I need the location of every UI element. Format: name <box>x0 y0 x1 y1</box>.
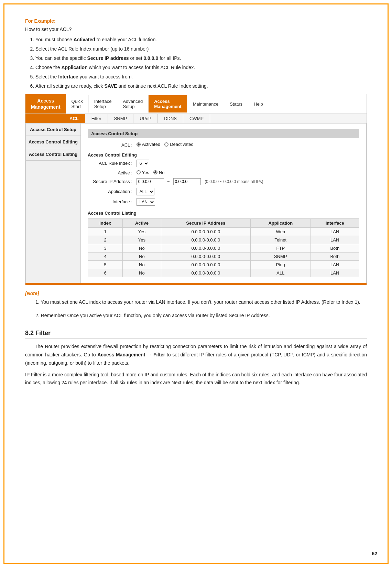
step-6: After all settings are ready, click SAVE… <box>35 83 367 90</box>
nav-container: AccessManagement QuickStart InterfaceSet… <box>25 94 367 285</box>
table-cell-ip: 0.0.0.0-0.0.0.0 <box>161 236 251 244</box>
acl-secure-ip-row: Secure IP Address : ~ (0.0.0.0 ~ 0.0.0.0… <box>88 178 359 185</box>
radio-dot-deactivated <box>164 142 168 147</box>
table-cell-app: Telnet <box>251 236 311 244</box>
sub-nav-acl[interactable]: ACL <box>63 114 85 123</box>
table-cell-app: FTP <box>251 244 311 253</box>
radio-dot-activated <box>137 142 141 147</box>
section-header-listing: Access Control Listing <box>88 211 359 216</box>
sub-nav-cwmp[interactable]: CWMP <box>183 114 210 123</box>
section-82-title: 8.2 Filter <box>25 330 367 339</box>
note-title: [Note] <box>25 291 367 296</box>
sub-nav-filter[interactable]: Filter <box>85 114 108 123</box>
steps-list: You must choose Activated to enable your… <box>35 36 367 90</box>
sidebar: Access Control Setup Access Control Edit… <box>26 124 81 283</box>
yes-label: Yes <box>142 170 149 175</box>
section-header-setup: Access Control Setup <box>88 129 359 138</box>
application-select[interactable]: ALL <box>137 188 154 195</box>
table-cell-index: 2 <box>88 236 123 244</box>
radio-yes[interactable]: Yes <box>137 170 149 175</box>
step-4: Choose the Application which you want to… <box>35 64 367 71</box>
sub-nav-snmp[interactable]: SNMP <box>108 114 134 123</box>
nav-maintenance[interactable]: Maintenance <box>187 98 224 110</box>
step-2: Select the ACL Rule Index number (up to … <box>35 45 367 53</box>
col-active: Active <box>123 219 161 228</box>
radio-no[interactable]: No <box>153 170 165 175</box>
acl-active-row: Active : Yes No <box>88 170 359 176</box>
section-82-body: The Router provides extensive firewall p… <box>25 343 367 387</box>
table-cell-index: 6 <box>88 269 123 277</box>
sidebar-access-control-listing[interactable]: Access Control Listing <box>26 148 80 161</box>
col-index: Index <box>88 219 123 228</box>
section-82-para2: IP Filter is a more complex filtering to… <box>25 371 367 387</box>
nav-interface-setup[interactable]: InterfaceSetup <box>89 95 118 112</box>
sidebar-access-control-setup[interactable]: Access Control Setup <box>26 124 80 136</box>
secure-ip-start-input[interactable] <box>137 178 164 185</box>
content-area: Access Control Setup ACL : Activated Dea… <box>81 124 366 283</box>
table-cell-iface: Both <box>311 253 359 261</box>
table-cell-index: 4 <box>88 253 123 261</box>
table-cell-ip: 0.0.0.0-0.0.0.0 <box>161 261 251 269</box>
acl-table: Index Active Secure IP Address Applicati… <box>88 218 359 277</box>
sidebar-access-control-editing[interactable]: Access Control Editing <box>26 136 80 148</box>
table-cell-ip: 0.0.0.0-0.0.0.0 <box>161 244 251 253</box>
nav-status[interactable]: Status <box>224 98 248 110</box>
nav-access-management[interactable]: AccessManagement <box>149 95 187 112</box>
table-cell-ip: 0.0.0.0-0.0.0.0 <box>161 253 251 261</box>
table-cell-active: No <box>123 261 161 269</box>
table-cell-iface: LAN <box>311 269 359 277</box>
table-cell-app: Ping <box>251 261 311 269</box>
radio-activated[interactable]: Activated <box>137 142 160 147</box>
tilde-separator: ~ <box>167 179 170 184</box>
table-cell-active: Yes <box>123 236 161 244</box>
table-cell-app: SNMP <box>251 253 311 261</box>
note-section: [Note] 1. You must set one ACL index to … <box>25 291 367 319</box>
interface-select[interactable]: LAN <box>137 198 155 206</box>
table-row: 5No0.0.0.0-0.0.0.0PingLAN <box>88 261 359 269</box>
table-cell-ip: 0.0.0.0-0.0.0.0 <box>161 269 251 277</box>
acl-label: ACL : <box>88 142 132 148</box>
nav-advanced-setup[interactable]: AdvancedSetup <box>117 95 149 112</box>
secure-ip-label: Secure IP Address : <box>88 179 132 184</box>
table-row: 4No0.0.0.0-0.0.0.0SNMPBoth <box>88 253 359 261</box>
for-example-heading: For Example: <box>25 18 367 24</box>
table-cell-index: 3 <box>88 244 123 253</box>
deactivated-label: Deactivated <box>170 142 194 147</box>
note-line2: 2. Remember! Once you active your ACL fu… <box>35 312 367 319</box>
acl-application-row: Application : ALL <box>88 188 359 195</box>
acl-interface-row: Interface : LAN <box>88 198 359 206</box>
radio-deactivated[interactable]: Deactivated <box>164 142 194 147</box>
table-cell-app: ALL <box>251 269 311 277</box>
orange-divider <box>25 283 367 285</box>
col-app: Application <box>251 219 311 228</box>
page-number: 62 <box>372 551 377 556</box>
main-content: Access Control Setup Access Control Edit… <box>25 124 367 283</box>
nav-sub: ACL Filter SNMP UPnP DDNS CWMP <box>25 114 367 124</box>
rule-index-label: ACL Rule Index : <box>88 161 132 166</box>
table-cell-index: 5 <box>88 261 123 269</box>
step-1: You must choose Activated to enable your… <box>35 36 367 43</box>
section-header-editing: Access Control Editing <box>88 152 359 158</box>
sub-nav-ddns[interactable]: DDNS <box>158 114 183 123</box>
rule-index-select[interactable]: 6 <box>137 160 149 167</box>
application-label: Application : <box>88 189 132 194</box>
sub-nav-upnp[interactable]: UPnP <box>133 114 158 123</box>
interface-label: Interface : <box>88 199 132 204</box>
table-row: 6No0.0.0.0-0.0.0.0ALLLAN <box>88 269 359 277</box>
active-label: Active : <box>88 170 132 175</box>
nav-quick-start[interactable]: QuickStart <box>66 95 89 112</box>
step-3: You can set the specific Secure IP addre… <box>35 55 367 62</box>
radio-dot-no <box>153 170 157 174</box>
table-cell-active: No <box>123 244 161 253</box>
step-5: Select the Interface you want to access … <box>35 73 367 80</box>
acl-activated-row: ACL : Activated Deactivated <box>88 142 359 148</box>
table-row: 3No0.0.0.0-0.0.0.0FTPBoth <box>88 244 359 253</box>
col-iface: Interface <box>311 219 359 228</box>
nav-brand: AccessManagement <box>25 94 66 114</box>
no-label: No <box>159 170 165 175</box>
table-cell-active: No <box>123 269 161 277</box>
nav-help[interactable]: Help <box>248 98 269 110</box>
secure-ip-end-input[interactable] <box>173 178 201 185</box>
nav-sub-brand-spacer <box>25 114 63 123</box>
note-line1: 1. You must set one ACL index to access … <box>35 298 367 306</box>
